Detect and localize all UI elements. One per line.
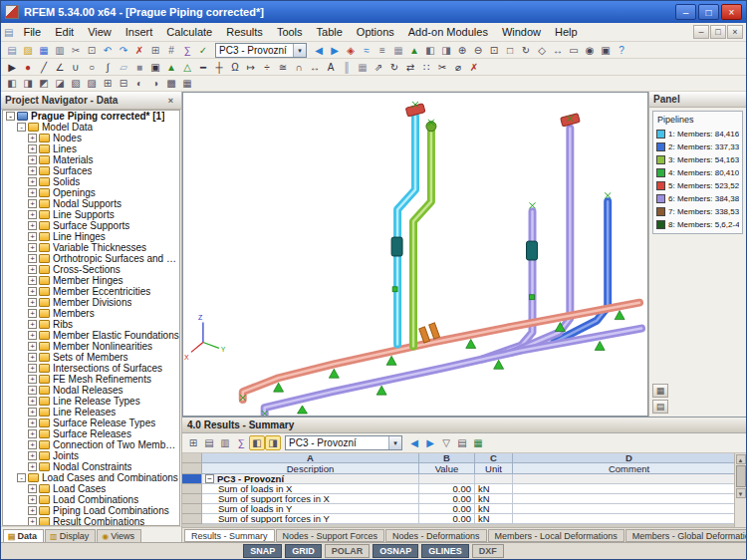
expand-icon[interactable]: + — [28, 386, 37, 395]
dimension-icon[interactable]: ↔ — [307, 60, 323, 75]
render-mode-icon[interactable]: ◧ — [422, 43, 438, 58]
insert-node-icon[interactable]: ● — [20, 60, 36, 75]
deformations-icon[interactable]: ≈ — [359, 43, 374, 58]
expand-icon[interactable]: + — [28, 320, 37, 329]
tree-item[interactable]: +Surface Supports — [3, 220, 179, 231]
close-button[interactable]: × — [721, 4, 742, 20]
collapse-icon[interactable]: - — [17, 473, 26, 482]
trim-icon[interactable]: ✂ — [434, 60, 450, 75]
expand-icon[interactable]: + — [28, 287, 37, 296]
menu-results[interactable]: Results — [219, 25, 270, 39]
maximize-button[interactable]: □ — [698, 4, 719, 20]
expand-icon[interactable]: + — [28, 254, 37, 263]
mirror-icon[interactable]: ⇄ — [402, 60, 418, 75]
tree-item[interactable]: -Model Data — [3, 122, 179, 133]
expand-icon[interactable]: + — [28, 353, 37, 362]
select-pointer-icon[interactable]: ▶ — [4, 60, 20, 75]
tree-item[interactable]: +Load Combinations — [3, 494, 179, 505]
expand-icon[interactable]: + — [28, 506, 37, 515]
tree-item[interactable]: +Surface Releases — [3, 428, 179, 439]
line-support-icon[interactable]: △ — [179, 60, 195, 75]
toggle-grid[interactable]: GRID — [285, 544, 322, 558]
insert-spline-icon[interactable]: ∫ — [100, 60, 116, 75]
delete-objects-icon[interactable]: ✗ — [466, 60, 482, 75]
result-filter-columns-icon[interactable]: ◨ — [265, 435, 281, 450]
tree-item[interactable]: +Member Nonlinearities — [3, 341, 179, 352]
tree-item[interactable]: +Line Releases — [3, 407, 179, 418]
next-case-icon[interactable]: ▶ — [422, 435, 438, 450]
tree-item[interactable]: -Load Cases and Combinations — [3, 472, 179, 483]
expand-icon[interactable]: + — [28, 298, 37, 307]
tree-item[interactable]: +Solids — [3, 176, 179, 187]
tree-item[interactable]: +Member Hinges — [3, 275, 179, 286]
redo-icon[interactable]: ↷ — [116, 43, 131, 58]
light-left-icon[interactable]: ◐ — [131, 76, 147, 91]
panel-display-options-button[interactable]: ▦ — [652, 384, 668, 398]
menu-insert[interactable]: Insert — [119, 25, 160, 39]
toggle-glines[interactable]: GLINES — [421, 544, 469, 558]
expand-icon[interactable]: + — [28, 408, 37, 417]
navigator-tab-views[interactable]: ◉Views — [97, 529, 141, 542]
expand-icon[interactable]: + — [28, 429, 37, 438]
clipping-planes-icon[interactable]: ▭ — [566, 43, 582, 58]
tree-item[interactable]: +Member Divisions — [3, 297, 179, 308]
menu-file[interactable]: File — [16, 25, 48, 39]
print-icon[interactable]: ▥ — [52, 43, 68, 58]
member-eccentricity-icon[interactable]: ↦ — [243, 60, 259, 75]
transparent-display-icon[interactable]: ◩ — [36, 76, 52, 91]
expand-icon[interactable]: + — [28, 331, 37, 340]
guide-lines-icon[interactable]: ║ — [339, 60, 355, 75]
expand-icon[interactable]: + — [28, 484, 37, 493]
grid-icon[interactable]: ▦ — [355, 60, 371, 75]
results-tab[interactable]: Members - Global Deformations — [625, 529, 747, 542]
tree-item[interactable]: +Lines — [3, 143, 179, 154]
measure-icon[interactable]: ⌀ — [450, 60, 466, 75]
tree-item[interactable]: +Joints — [3, 450, 179, 461]
results-tab[interactable]: Members - Local Deformations — [488, 529, 624, 542]
add-window-icon[interactable]: ⊞ — [100, 76, 116, 91]
table-row-group[interactable]: −PC3 - Provozní — [182, 474, 746, 484]
insert-solid-icon[interactable]: ■ — [131, 60, 147, 75]
pan-view-icon[interactable]: ↔ — [550, 43, 566, 58]
tree-item[interactable]: -Prague Piping corrected* [1] — [3, 111, 179, 122]
expand-icon[interactable]: + — [28, 199, 37, 208]
nodal-support-icon[interactable]: ▲ — [163, 60, 179, 75]
wireframe-display-icon[interactable]: ◧ — [4, 76, 20, 91]
table-sum-icon[interactable]: ∑ — [233, 435, 249, 450]
toggle-osnap[interactable]: OSNAP — [373, 544, 418, 558]
visibility-icon[interactable]: ◉ — [582, 43, 598, 58]
expand-icon[interactable]: + — [28, 177, 37, 186]
table-view-icon[interactable]: ▥ — [217, 435, 233, 450]
pipeline-legend-item[interactable]: 5: Members: 523,526-52 — [655, 179, 740, 192]
toggle-dxf[interactable]: DXF — [472, 544, 504, 558]
menu-edit[interactable]: Edit — [48, 25, 81, 39]
navigator-close-icon[interactable]: × — [164, 96, 177, 106]
zoom-out-icon[interactable]: ⊖ — [470, 43, 486, 58]
tree-item[interactable]: +Surfaces — [3, 165, 179, 176]
insert-rib-icon[interactable]: ┼ — [211, 60, 227, 75]
tree-item[interactable]: +Line Hinges — [3, 231, 179, 242]
new-file-icon[interactable]: ▤ — [4, 43, 20, 58]
pipeline-legend-item[interactable]: 3: Members: 54,163,55 — [655, 153, 740, 166]
rotate-view-icon[interactable]: ↻ — [518, 43, 534, 58]
delete-icon[interactable]: ✗ — [131, 43, 147, 58]
tree-item[interactable]: +Connection of Two Members — [3, 439, 179, 450]
table-settings-icon[interactable]: ▤ — [201, 435, 217, 450]
solid-display-icon[interactable]: ◨ — [20, 76, 36, 91]
tree-item[interactable]: +Line Supports — [3, 209, 179, 220]
menu-add-on-modules[interactable]: Add-on Modules — [401, 25, 495, 39]
tree-item[interactable]: +Nodal Releases — [3, 385, 179, 396]
tree-item[interactable]: +Result Combinations — [3, 516, 179, 526]
new-table-icon[interactable]: ⊞ — [147, 43, 163, 58]
tree-item[interactable]: +Nodal Supports — [3, 198, 179, 209]
cross-section-icon[interactable]: Ω — [227, 60, 243, 75]
next-load-case-icon[interactable]: ▶ — [327, 43, 343, 58]
member-division-icon[interactable]: ÷ — [259, 60, 275, 75]
previous-load-case-icon[interactable]: ◀ — [311, 43, 327, 58]
load-case-combo[interactable]: PC3 - Provozní ▾ — [215, 43, 307, 58]
expand-icon[interactable]: + — [28, 495, 37, 504]
scroll-up-icon[interactable]: ▲ — [736, 454, 746, 464]
shading-icon[interactable]: ◨ — [438, 43, 454, 58]
isometric-view-icon[interactable]: ◇ — [534, 43, 550, 58]
expand-icon[interactable]: + — [28, 265, 37, 274]
